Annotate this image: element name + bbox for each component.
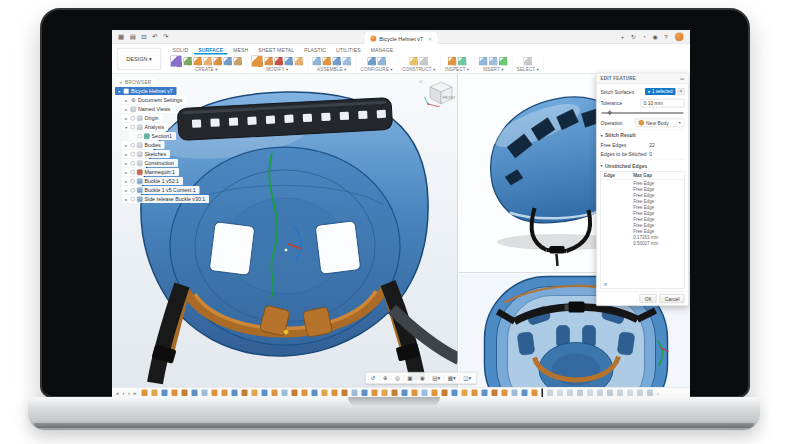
- play-icon[interactable]: ›: [128, 390, 130, 396]
- ribbon-tab-plastic[interactable]: PLASTIC: [300, 45, 331, 55]
- grid-settings-icon[interactable]: ▦▾: [444, 375, 459, 382]
- operation-select[interactable]: New Body ▼: [636, 118, 685, 127]
- timeline-feature-icon[interactable]: [531, 390, 537, 397]
- timeline-feature-icon-suppressed[interactable]: [627, 390, 633, 397]
- dialog-header[interactable]: EDIT FEATURE ▭: [597, 74, 689, 85]
- timeline-feature-icon-suppressed[interactable]: [597, 390, 603, 397]
- chevron-icon[interactable]: ▸: [124, 116, 129, 121]
- timeline-feature-icon[interactable]: [321, 390, 327, 397]
- close-tab-icon[interactable]: ×: [428, 35, 431, 41]
- unstitched-edges-section[interactable]: ▾ Unstitched Edges: [601, 160, 685, 170]
- chevron-icon[interactable]: ▸: [124, 107, 129, 112]
- clear-selection-button[interactable]: ×: [678, 88, 685, 95]
- browser-item-document-settings[interactable]: ▸⚙Document Settings: [122, 96, 186, 104]
- browser-item-bicycle-helmet-v7[interactable]: ▾Bicycle Helmet v7: [115, 87, 177, 95]
- go-to-end-icon[interactable]: »: [133, 390, 136, 396]
- visibility-icon[interactable]: [131, 125, 136, 130]
- timeline-feature-icon[interactable]: [191, 390, 197, 397]
- extrude-icon[interactable]: [204, 57, 213, 66]
- browser-item-mannequin-1[interactable]: ▸Mannequin:1: [122, 168, 179, 176]
- visibility-icon[interactable]: [131, 188, 136, 193]
- select-icon[interactable]: [524, 57, 533, 66]
- timeline-feature-icon[interactable]: [211, 390, 217, 397]
- data-panel-icon[interactable]: ▦: [118, 33, 124, 41]
- browser-item-origin[interactable]: ▸Origin: [122, 114, 163, 122]
- timeline-feature-icon-suppressed[interactable]: [567, 390, 573, 397]
- revolve-icon[interactable]: [214, 57, 223, 66]
- timeline-feature-icon-suppressed[interactable]: [637, 390, 643, 397]
- visibility-icon[interactable]: [131, 161, 136, 166]
- timeline-feature-icon[interactable]: [521, 390, 527, 397]
- tolerance-slider[interactable]: [601, 110, 685, 117]
- timeline-feature-icon[interactable]: [371, 390, 377, 397]
- chevron-icon[interactable]: ▸: [124, 179, 129, 184]
- new-tab-icon[interactable]: +: [621, 33, 625, 40]
- document-tab[interactable]: Bicycle Helmet v7 ×: [364, 32, 438, 45]
- ribbon-tab-surface[interactable]: SURFACE: [194, 45, 228, 55]
- timeline-feature-icon[interactable]: [221, 390, 227, 397]
- canvas-icon[interactable]: [489, 57, 498, 66]
- viewport-main[interactable]: « BROWSER ▾Bicycle Helmet v7▸⚙Document S…: [112, 74, 458, 387]
- zoom-icon[interactable]: ◎: [392, 375, 404, 382]
- timeline-feature-icon[interactable]: [411, 390, 417, 397]
- timeline-feature-icon[interactable]: [171, 390, 177, 397]
- orbit-icon[interactable]: ↺: [367, 375, 379, 382]
- unstitched-edge-row[interactable]: Free Edge: [601, 216, 684, 222]
- slider-handle[interactable]: [607, 110, 612, 115]
- browser-item-sketches[interactable]: ▸Sketches: [122, 150, 170, 158]
- rigid-group-icon[interactable]: [333, 57, 342, 66]
- timeline-feature-icon[interactable]: [241, 390, 247, 397]
- chevron-icon[interactable]: ▸: [124, 98, 129, 103]
- timeline-feature-icon[interactable]: [461, 390, 467, 397]
- unstitched-edge-row[interactable]: 0.17263 mm: [601, 234, 684, 240]
- timeline-feature-icon-suppressed[interactable]: [607, 390, 613, 397]
- browser-item-buckle-1-v5-context-1[interactable]: ▸Buckle 1 v5 Context:1: [122, 186, 200, 194]
- visibility-icon[interactable]: [131, 152, 136, 157]
- visibility-icon[interactable]: [131, 143, 136, 148]
- tolerance-input[interactable]: 0.10 mm: [641, 99, 685, 108]
- insert-derive-icon[interactable]: [479, 57, 488, 66]
- timeline-feature-icon[interactable]: [311, 390, 317, 397]
- joint-icon[interactable]: [323, 57, 332, 66]
- measure-icon[interactable]: [448, 57, 457, 66]
- job-status-icon[interactable]: ↻: [631, 33, 636, 40]
- timeline-feature-icon[interactable]: [481, 390, 487, 397]
- timeline-feature-icon[interactable]: [281, 390, 287, 397]
- unstitched-edge-row[interactable]: Free Edge: [601, 210, 684, 216]
- timeline-feature-icon-suppressed[interactable]: [647, 390, 653, 397]
- ribbon-tab-sheet-metal[interactable]: SHEET METAL: [254, 45, 299, 55]
- file-menu-icon[interactable]: ▤: [130, 33, 136, 41]
- chevron-icon[interactable]: ▸: [124, 170, 129, 175]
- browser-collapse-icon[interactable]: «: [120, 79, 123, 85]
- visibility-icon[interactable]: [131, 116, 136, 121]
- notifications-icon[interactable]: ◉: [652, 33, 657, 40]
- browser-item-buckle-1-v52-1[interactable]: ▸Buckle 1 v52:1: [122, 177, 183, 185]
- timeline-feature-icon[interactable]: [401, 390, 407, 397]
- step-back-icon[interactable]: ‹: [123, 390, 125, 396]
- timeline-feature-icon-suppressed[interactable]: [547, 390, 553, 397]
- timeline-feature-icon[interactable]: [201, 390, 207, 397]
- timeline-feature-icon-suppressed[interactable]: [577, 390, 583, 397]
- save-icon[interactable]: ⊡: [141, 33, 146, 41]
- trim-icon[interactable]: [275, 57, 284, 66]
- config-table-icon[interactable]: [377, 57, 386, 66]
- help-icon[interactable]: ?: [664, 33, 667, 40]
- timeline-feature-icon[interactable]: [301, 390, 307, 397]
- chevron-icon[interactable]: ▸: [124, 197, 129, 202]
- timeline-feature-icon[interactable]: [291, 390, 297, 397]
- timeline-feature-icon[interactable]: [331, 390, 337, 397]
- viewports-icon[interactable]: ◫▾: [460, 375, 475, 382]
- timeline-feature-icon[interactable]: [271, 390, 277, 397]
- press-pull-icon[interactable]: [252, 56, 264, 68]
- unstitched-edge-row[interactable]: 0.50027 mm: [601, 240, 684, 246]
- chevron-icon[interactable]: ▸: [124, 152, 129, 157]
- pan-icon[interactable]: ⊕: [379, 375, 391, 382]
- fillet-icon[interactable]: [265, 57, 274, 66]
- ribbon-tab-solid[interactable]: SOLID: [168, 45, 193, 55]
- fit-icon[interactable]: ▣: [404, 375, 417, 382]
- timeline-feature-icon-suppressed[interactable]: [587, 390, 593, 397]
- new-component-icon[interactable]: [313, 57, 322, 66]
- redo-icon[interactable]: ↷: [163, 33, 168, 41]
- workspace-selector[interactable]: DESIGN ▾: [117, 48, 161, 70]
- unstitched-edge-row[interactable]: Free Edge: [601, 222, 684, 228]
